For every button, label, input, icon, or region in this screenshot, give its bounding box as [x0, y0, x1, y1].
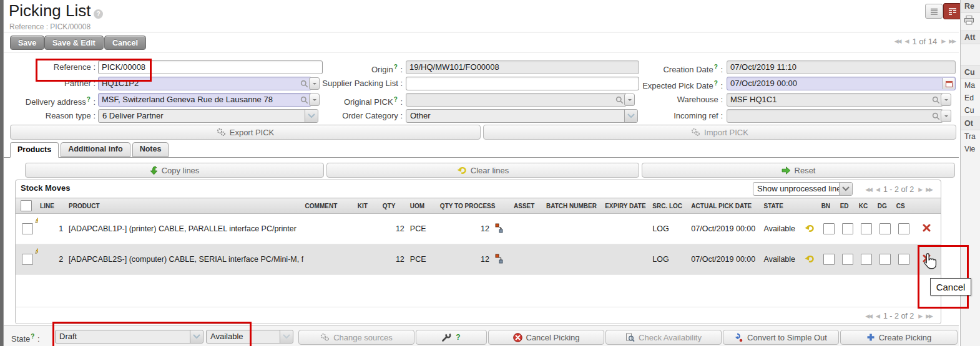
reason-type-select[interactable]: 6 Deliver Partner: [98, 109, 318, 123]
product-name[interactable]: [ADAPCABL1P-] (printer) CABLE, PARALLEL …: [67, 214, 303, 244]
supplier-packing-list-input[interactable]: [406, 77, 639, 90]
row-checkbox[interactable]: [22, 254, 33, 265]
list-view-button[interactable]: [925, 4, 943, 19]
cs-checkbox[interactable]: [898, 223, 909, 234]
import-pick-button[interactable]: Import PICK: [483, 125, 956, 140]
clear-lines-button[interactable]: Clear lines: [326, 163, 639, 178]
cancel-picking-button[interactable]: Cancel Picking: [488, 330, 604, 345]
process-wizard-button[interactable]: ?: [416, 330, 487, 345]
form-view-button-active[interactable]: [943, 3, 961, 19]
sidebar-item-translate[interactable]: Tra: [961, 130, 980, 143]
bn-checkbox[interactable]: [823, 223, 835, 234]
cs-checkbox[interactable]: [898, 254, 909, 265]
search-icon[interactable]: [300, 79, 308, 90]
kc-checkbox[interactable]: [861, 254, 872, 265]
pager-first-icon[interactable]: ◀◀: [865, 187, 871, 193]
order-category-select[interactable]: Other: [406, 109, 638, 123]
col-qty[interactable]: QTY: [381, 198, 408, 214]
pager-last-icon[interactable]: ▶▶: [926, 314, 932, 319]
search-icon[interactable]: [300, 95, 308, 107]
edit-pencil-icon[interactable]: [32, 215, 38, 228]
state-select[interactable]: Draft: [55, 330, 203, 344]
create-picking-button[interactable]: Create Picking: [840, 330, 958, 345]
lines-pager-top: ◀◀ ◀ 1 - 2 of 2 ▶ ▶▶: [865, 185, 932, 194]
dg-checkbox[interactable]: [880, 223, 891, 234]
pager-next-icon[interactable]: ▶: [918, 314, 921, 319]
kc-checkbox[interactable]: [861, 223, 872, 234]
partner-input[interactable]: HQ1C1P2: [98, 77, 311, 90]
export-pick-button[interactable]: Export PICK: [10, 125, 481, 140]
col-src-loc[interactable]: SRC. LOC: [650, 198, 689, 214]
col-kc[interactable]: KC: [857, 198, 876, 214]
incoming-ref-input[interactable]: [727, 109, 943, 123]
col-cs[interactable]: CS: [894, 198, 913, 214]
col-bn[interactable]: BN: [820, 198, 838, 214]
reference-input[interactable]: PICK/00008: [98, 60, 323, 74]
tab-notes[interactable]: Notes: [132, 142, 169, 157]
product-name[interactable]: [ADAPCABL2S-] (computer) CABLE, SERIAL i…: [67, 244, 303, 275]
pager-next-icon[interactable]: ▶: [941, 39, 944, 44]
col-qty-to-process[interactable]: QTY TO PROCESS: [438, 198, 493, 214]
pager-prev-icon[interactable]: ◀: [876, 187, 879, 193]
col-ed[interactable]: ED: [838, 198, 857, 214]
ed-checkbox[interactable]: [842, 254, 853, 265]
col-kit[interactable]: KIT: [356, 198, 381, 214]
undo-arrow-icon[interactable]: [804, 256, 815, 265]
reset-button[interactable]: Reset: [642, 163, 955, 178]
delivery-address-input[interactable]: MSF, Switzerland Geneva Rue de Lausanne …: [98, 93, 311, 107]
undo-arrow-icon[interactable]: [804, 226, 815, 234]
change-sources-button[interactable]: Change sources: [298, 330, 414, 345]
copy-lines-button[interactable]: Copy lines: [25, 163, 324, 178]
ed-checkbox[interactable]: [842, 223, 853, 234]
line-filter-select[interactable]: Show unprocessed lines: [753, 182, 853, 196]
col-state[interactable]: STATE: [762, 198, 802, 214]
col-product[interactable]: PRODUCT: [67, 198, 303, 214]
convert-to-simple-out-button[interactable]: Convert to Simple Out: [723, 330, 839, 345]
col-asset[interactable]: ASSET: [512, 198, 544, 214]
dg-checkbox[interactable]: [880, 254, 891, 265]
bn-checkbox[interactable]: [823, 254, 835, 265]
check-availability-button[interactable]: Check Availability: [605, 330, 722, 345]
original-pick-input[interactable]: [406, 93, 627, 107]
pager-first-icon[interactable]: ◀◀: [894, 39, 901, 44]
sidebar-item-customize-object[interactable]: Cu: [961, 104, 980, 117]
col-comment[interactable]: COMMENT: [303, 198, 356, 214]
pager-last-icon[interactable]: ▶▶: [949, 39, 955, 44]
search-icon[interactable]: [932, 112, 940, 123]
pager-prev-icon[interactable]: ◀: [905, 39, 908, 44]
col-dg[interactable]: DG: [876, 198, 894, 214]
sidebar-item-manage-views[interactable]: Ma: [961, 79, 980, 92]
save-and-edit-button[interactable]: Save & Edit: [44, 36, 104, 50]
print-button[interactable]: [961, 13, 980, 31]
col-uom[interactable]: UOM: [408, 198, 438, 214]
split-line-icon[interactable]: [495, 226, 503, 235]
pager-last-icon[interactable]: ▶▶: [926, 187, 932, 193]
expected-pick-date-input[interactable]: 07/Oct/2019 00:00: [727, 77, 956, 90]
cancel-line-icon[interactable]: [923, 225, 931, 234]
search-icon[interactable]: [932, 95, 940, 107]
col-actual-pick-date[interactable]: ACTUAL PICK DATE: [689, 198, 762, 214]
save-button[interactable]: Save: [10, 36, 44, 50]
pager-first-icon[interactable]: ◀◀: [865, 314, 871, 319]
edit-pencil-icon[interactable]: [32, 246, 38, 258]
tab-additional-info[interactable]: Additional info: [61, 142, 130, 157]
calendar-icon[interactable]: [943, 78, 954, 89]
split-line-icon[interactable]: [495, 257, 503, 266]
table-row[interactable]: 2 [ADAPCABL2S-] (computer) CABLE, SERIAL…: [16, 244, 941, 275]
sidebar-item-view-log[interactable]: Vie: [961, 143, 980, 155]
pager-prev-icon[interactable]: ◀: [876, 314, 879, 319]
warehouse-dropdown-button[interactable]: [941, 94, 951, 106]
availability-select[interactable]: Available: [206, 330, 293, 344]
tab-products[interactable]: Products: [10, 142, 59, 158]
select-all-checkbox[interactable]: [21, 200, 32, 211]
incoming-ref-dropdown-button[interactable]: [941, 110, 951, 122]
title-help-icon[interactable]: ?: [94, 9, 103, 19]
sidebar-item-edit-workflow[interactable]: Ed: [961, 92, 980, 104]
pager-next-icon[interactable]: ▶: [918, 187, 921, 193]
search-icon[interactable]: [615, 95, 624, 107]
col-expiry-date[interactable]: EXPIRY DATE: [603, 198, 650, 214]
row-checkbox[interactable]: [22, 223, 33, 234]
cancel-button[interactable]: Cancel: [104, 36, 146, 50]
table-row[interactable]: 1 [ADAPCABL1P-] (printer) CABLE, PARALLE…: [16, 214, 941, 244]
col-batch-number[interactable]: BATCH NUMBER: [544, 198, 603, 214]
